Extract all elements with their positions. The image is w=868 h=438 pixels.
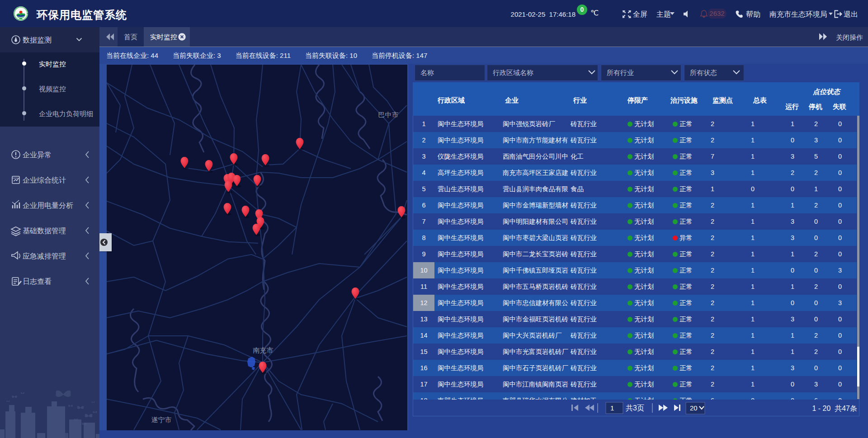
svg-text:南充市: 南充市 [253,346,274,354]
svg-text:共3页: 共3页 [626,404,644,412]
svg-text:1 - 20 共47条: 1 - 20 共47条 [812,405,857,412]
svg-text:巴中市: 巴中市 [378,111,399,118]
svg-text:20: 20 [690,404,698,412]
svg-text:1: 1 [610,404,614,412]
svg-text:遂宁市: 遂宁市 [151,416,172,424]
